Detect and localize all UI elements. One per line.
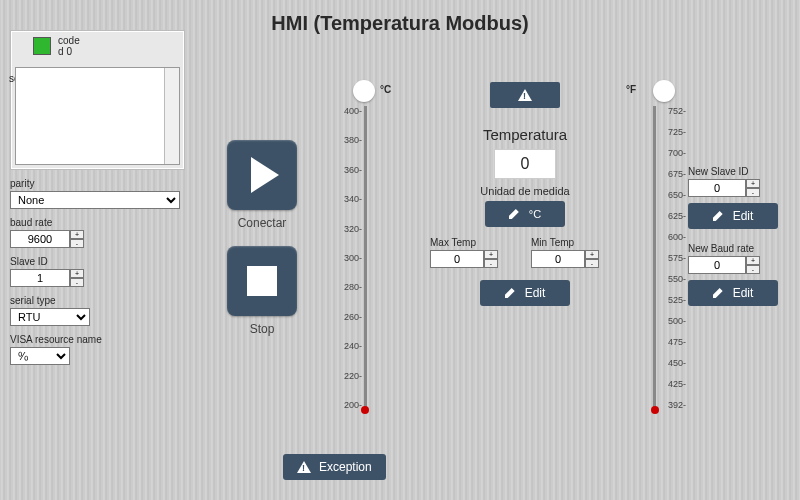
baud-edit-button[interactable]: Edit [688,280,778,306]
min-temp-label: Min Temp [531,237,620,248]
new-baud-input[interactable] [688,256,746,274]
baud-label: baud rate [10,217,185,228]
unit-c: °C [380,84,391,95]
source-list[interactable] [15,67,180,165]
ns-up[interactable]: + [746,179,760,188]
connect-button[interactable] [227,140,297,210]
stop-button[interactable] [227,246,297,316]
code-label: coded 0 [58,35,80,57]
nb-down[interactable]: - [746,265,760,274]
min-temp-input[interactable] [531,250,585,268]
warning-icon [518,89,532,101]
serial-select[interactable]: RTU [10,308,90,326]
stop-icon [247,266,277,296]
visa-label: VISA resource name [10,334,185,345]
warning-icon [297,461,311,473]
baud-down[interactable]: - [70,239,84,248]
play-icon [251,157,279,193]
left-panel: coded 0 source parity None baud rate +- … [10,30,185,365]
exception-button[interactable]: Exception [283,454,386,480]
thermometer-fahrenheit: °F 752-725-700-675-650-625-600-575-550-5… [640,80,680,420]
source-box: coded 0 source [10,30,185,170]
max-down[interactable]: - [484,259,498,268]
max-up[interactable]: + [484,250,498,259]
new-slave-input[interactable] [688,179,746,197]
new-baud-label: New Baud rate [688,243,788,254]
pencil-icon [509,209,519,219]
stop-label: Stop [218,322,306,336]
ns-down[interactable]: - [746,188,760,197]
thermo-top [353,80,375,102]
baud-up[interactable]: + [70,230,84,239]
serial-label: serial type [10,295,185,306]
parity-label: parity [10,178,185,189]
temperature-label: Temperatura [430,126,620,143]
unit-label: Unidad de medida [430,185,620,197]
slave-edit-button[interactable]: Edit [688,203,778,229]
status-indicator [33,37,51,55]
min-down[interactable]: - [585,259,599,268]
right-panel: New Slave ID +- Edit New Baud rate +- Ed… [688,158,788,320]
slave-down[interactable]: - [70,278,84,287]
pencil-icon [713,288,723,298]
slave-input[interactable] [10,269,70,287]
baud-input[interactable] [10,230,70,248]
thermometer-celsius: °C 400-380-360-340-320-300-280-260-240-2… [340,80,380,420]
slave-up[interactable]: + [70,269,84,278]
pencil-icon [505,288,515,298]
nb-up[interactable]: + [746,256,760,265]
temp-edit-button[interactable]: Edit [480,280,570,306]
visa-select[interactable]: ⁰⁄₀ [10,347,70,365]
pencil-icon [713,211,723,221]
unit-f: °F [626,84,636,95]
temperature-value: 0 [494,149,556,179]
min-up[interactable]: + [585,250,599,259]
slave-label: Slave ID [10,256,185,267]
parity-select[interactable]: None [10,191,180,209]
action-column: Conectar Stop [218,140,306,352]
unit-button[interactable]: °C [485,201,565,227]
max-temp-label: Max Temp [430,237,519,248]
new-slave-label: New Slave ID [688,166,788,177]
max-temp-input[interactable] [430,250,484,268]
thermo-top [653,80,675,102]
connect-label: Conectar [218,216,306,230]
center-panel: Temperatura 0 Unidad de medida °C Max Te… [430,82,620,306]
warning-indicator [490,82,560,108]
